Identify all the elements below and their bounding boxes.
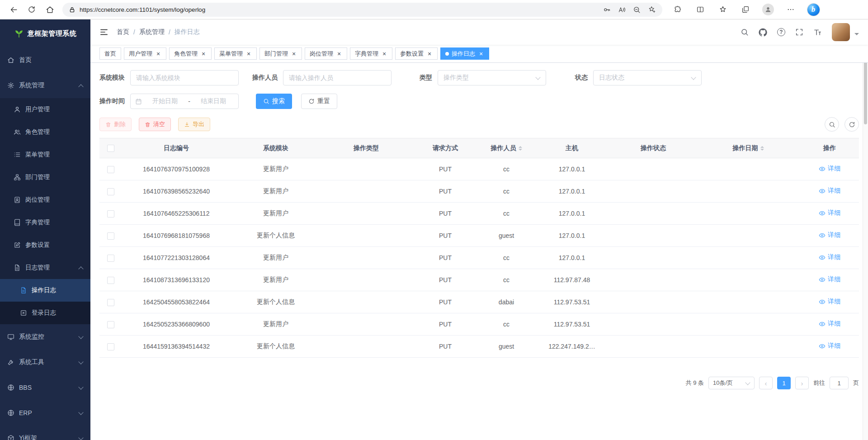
sidebar-item[interactable]: 操作日志 [0,279,90,302]
extensions-icon[interactable] [670,2,686,17]
row-checkbox[interactable] [107,299,114,306]
row-checkbox[interactable] [107,210,114,218]
column-header[interactable]: 日志编号 [122,138,231,158]
browser-more-icon[interactable] [783,2,799,17]
column-header[interactable]: 系统模块 [231,138,321,158]
toggle-search-button[interactable] [825,117,839,132]
sidebar-item[interactable]: 角色管理 [0,121,90,143]
row-checkbox[interactable] [107,321,114,328]
help-icon[interactable]: ? [777,28,785,36]
refresh-table-button[interactable] [844,117,859,132]
sidebar-item[interactable]: 系统工具 [0,350,90,375]
column-header[interactable]: 请求方式 [411,138,479,158]
select-all-checkbox[interactable] [107,145,114,152]
read-aloud-icon[interactable] [618,6,626,14]
avatar-dropdown-caret[interactable] [854,33,859,38]
date-start-placeholder[interactable]: 开始日期 [145,97,185,105]
type-filter-select[interactable]: 操作类型 [438,70,546,85]
close-icon[interactable]: × [155,51,161,57]
collections-icon[interactable] [737,2,754,17]
detail-link[interactable]: 详细 [819,275,840,284]
next-page-button[interactable]: › [795,377,809,389]
close-icon[interactable]: × [381,51,387,57]
sidebar-item[interactable]: 岗位管理 [0,189,90,211]
detail-link[interactable]: 详细 [819,298,840,306]
row-checkbox[interactable] [107,232,114,240]
column-header[interactable]: 操作人员 [479,138,533,158]
github-icon[interactable] [759,28,767,37]
close-icon[interactable]: × [336,51,342,57]
sidebar-toggle-button[interactable] [99,28,108,37]
browser-profile-avatar[interactable] [760,2,776,17]
row-checkbox[interactable] [107,277,114,284]
tab-item[interactable]: 参数设置 × [395,47,438,60]
sidebar-item[interactable]: 参数设置 [0,234,90,256]
sort-caret-icon[interactable] [519,144,522,152]
search-button[interactable]: 搜索 [256,94,292,109]
page-size-select[interactable]: 10条/页 [708,377,755,389]
module-filter-input[interactable] [130,70,239,85]
row-checkbox[interactable] [107,166,114,173]
zoom-out-icon[interactable] [633,6,641,14]
sidebar-item[interactable]: 菜单管理 [0,143,90,166]
column-header[interactable]: 主机 [533,138,610,158]
bing-icon[interactable]: b [805,2,821,17]
close-icon[interactable]: × [200,51,207,57]
sidebar-item[interactable]: 登录日志 [0,302,90,324]
close-icon[interactable]: × [478,51,484,57]
detail-link[interactable]: 详细 [819,253,840,261]
breadcrumb-home[interactable]: 首页 [117,28,129,36]
export-button[interactable]: 导出 [178,118,210,131]
sidebar-item[interactable]: 系统监控 [0,324,90,350]
sidebar-item[interactable]: 首页 [0,47,90,73]
goto-page-input[interactable] [830,377,849,389]
page-scrollbar[interactable] [863,19,868,440]
font-size-icon[interactable] [813,28,822,37]
browser-refresh-button[interactable] [23,2,41,17]
breadcrumb-system[interactable]: 系统管理 [139,28,165,36]
current-page-button[interactable]: 1 [777,377,791,389]
close-icon[interactable]: × [245,51,252,57]
date-range-picker[interactable]: 开始日期 - 结束日期 [130,94,239,109]
sidebar-item[interactable]: 字典管理 [0,211,90,234]
add-favorite-icon[interactable] [648,5,656,14]
detail-link[interactable]: 详细 [819,209,840,217]
reset-button[interactable]: 重置 [301,94,337,109]
status-filter-select[interactable]: 日志状态 [593,70,702,85]
user-avatar[interactable] [832,23,850,41]
favorites-icon[interactable] [715,2,731,17]
sidebar-item[interactable]: 日志管理 [0,256,90,279]
tab-item[interactable]: 部门管理 × [259,47,302,60]
column-header[interactable]: 操作日期 [696,138,800,158]
url-text[interactable]: https://ccnetcore.com:1101/system/log/op… [80,6,599,13]
detail-link[interactable]: 详细 [819,165,840,173]
close-icon[interactable]: × [291,51,297,57]
tab-item[interactable]: 字典管理 × [350,47,392,60]
browser-back-button[interactable] [5,2,23,17]
fullscreen-icon[interactable] [795,28,803,36]
sidebar-item[interactable]: Yi框架 [0,426,90,440]
sidebar-item[interactable]: 系统管理 [0,73,90,98]
delete-button[interactable]: 删除 [99,118,132,131]
detail-link[interactable]: 详细 [819,231,840,239]
split-screen-icon[interactable] [692,2,708,17]
sidebar-item[interactable]: 部门管理 [0,166,90,189]
tab-item[interactable]: 菜单管理 × [214,47,257,60]
detail-link[interactable]: 详细 [819,342,840,350]
sidebar-item[interactable]: ERP [0,400,90,426]
detail-link[interactable]: 详细 [819,320,840,328]
operator-filter-input[interactable] [283,70,392,85]
sidebar-item[interactable]: 用户管理 [0,98,90,121]
prev-page-button[interactable]: ‹ [759,377,773,389]
close-icon[interactable]: × [426,51,433,57]
tab-item[interactable]: 用户管理 × [124,47,166,60]
row-checkbox[interactable] [107,255,114,262]
tab-item[interactable]: 角色管理 × [169,47,212,60]
password-key-icon[interactable] [603,6,611,14]
tab-item[interactable]: 岗位管理 × [305,47,347,60]
sort-caret-icon[interactable] [760,144,764,152]
column-header[interactable]: 操作类型 [321,138,411,158]
tab-item[interactable]: 首页 × [99,47,121,60]
clear-button[interactable]: 清空 [139,118,171,131]
tab-item[interactable]: 操作日志 × [440,47,489,60]
